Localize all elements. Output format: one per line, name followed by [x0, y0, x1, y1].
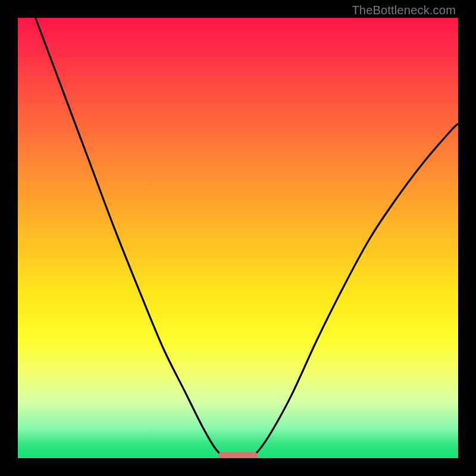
watermark-text: TheBottleneck.com — [352, 4, 456, 17]
curve-layer — [18, 18, 458, 458]
bottom-marker-bar — [218, 452, 258, 458]
plot-area — [18, 18, 458, 458]
left-curve — [36, 18, 230, 458]
right-curve — [247, 124, 458, 458]
chart-frame: TheBottleneck.com — [0, 0, 476, 476]
